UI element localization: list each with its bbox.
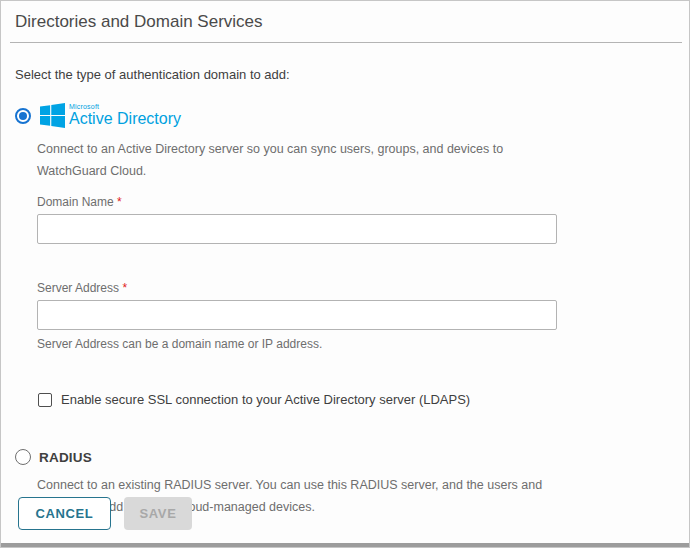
active-directory-label: Active Directory xyxy=(69,110,181,127)
cancel-button[interactable]: CANCEL xyxy=(18,497,111,530)
radius-option-row: RADIUS xyxy=(15,449,689,465)
active-directory-radio[interactable] xyxy=(15,108,31,124)
window-bottom-edge xyxy=(1,543,689,547)
directories-domain-services-panel: Directories and Domain Services Select t… xyxy=(0,0,690,548)
required-asterisk: * xyxy=(117,195,122,209)
required-asterisk: * xyxy=(122,281,127,295)
ssl-ldaps-checkbox-label[interactable]: Enable secure SSL connection to your Act… xyxy=(61,392,470,407)
panel-header: Directories and Domain Services xyxy=(10,1,682,43)
save-button[interactable]: SAVE xyxy=(124,497,192,530)
server-address-input[interactable] xyxy=(37,300,557,330)
ssl-ldaps-checkbox[interactable] xyxy=(38,393,52,407)
radius-label[interactable]: RADIUS xyxy=(39,450,92,465)
windows-flag-icon xyxy=(40,103,65,128)
domain-name-label: Domain Name * xyxy=(37,195,689,209)
server-address-label-text: Server Address xyxy=(37,281,119,295)
intro-text: Select the type of authentication domain… xyxy=(15,67,689,82)
active-directory-description: Connect to an Active Directory server so… xyxy=(37,138,569,182)
domain-name-input[interactable] xyxy=(37,214,557,244)
ssl-checkbox-row: Enable secure SSL connection to your Act… xyxy=(38,392,689,407)
radius-radio[interactable] xyxy=(15,449,31,465)
server-address-help-text: Server Address can be a domain name or I… xyxy=(37,337,689,351)
server-address-label: Server Address * xyxy=(37,281,689,295)
action-buttons: CANCEL SAVE xyxy=(18,497,192,530)
active-directory-logo[interactable]: Microsoft Active Directory xyxy=(40,103,181,128)
domain-name-label-text: Domain Name xyxy=(37,195,114,209)
active-directory-wordmark: Microsoft Active Directory xyxy=(69,104,181,127)
page-title: Directories and Domain Services xyxy=(15,12,682,32)
active-directory-option-row: Microsoft Active Directory xyxy=(15,103,689,128)
